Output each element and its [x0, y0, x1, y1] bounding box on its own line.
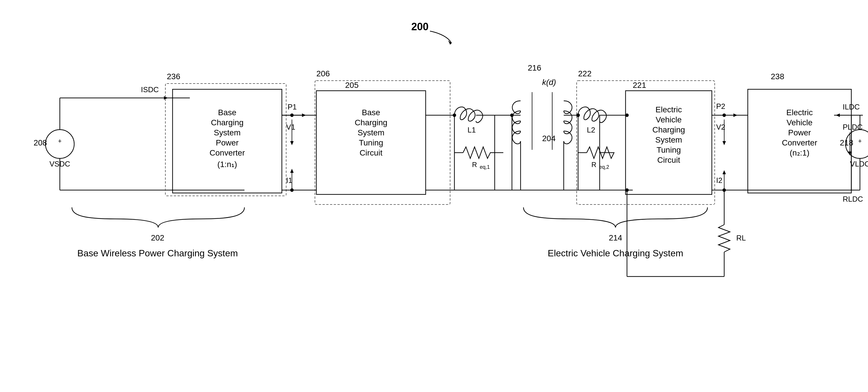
ref-214: 214 — [609, 233, 622, 242]
svg-marker-15 — [290, 169, 293, 173]
svg-marker-12 — [290, 141, 293, 145]
ev-tuning-text1: Electric — [655, 105, 682, 114]
req1-label: R — [472, 161, 477, 168]
isdc-label: ISDC — [141, 85, 159, 94]
ref-216: 216 — [528, 63, 541, 72]
ref-202: 202 — [151, 233, 164, 242]
ev-converter-text4: Converter — [782, 138, 817, 147]
l2-label: L2 — [587, 125, 595, 134]
svg-text:eq,2: eq,2 — [599, 164, 609, 170]
base-tuning-text4: Tuning — [359, 138, 383, 147]
base-converter-text6: (1:n₁) — [217, 160, 237, 169]
l1-label: L1 — [468, 125, 476, 134]
svg-point-57 — [722, 113, 726, 117]
p1-label: P1 — [288, 103, 297, 111]
req2-label: R — [591, 161, 596, 168]
i2-label: I2 — [716, 176, 722, 185]
ev-converter-text1: Electric — [786, 108, 813, 117]
base-converter-text4: Power — [216, 138, 239, 147]
base-converter-text5: Converter — [210, 148, 245, 157]
rl-label: RL — [736, 233, 746, 242]
base-converter-text3: System — [214, 128, 241, 137]
ev-converter-text5: (n₂:1) — [790, 148, 810, 157]
vldc-label: VLDC — [850, 160, 868, 168]
base-tuning-text1: Base — [362, 108, 380, 117]
base-tuning-text2: Charging — [354, 118, 388, 127]
svg-marker-56 — [722, 141, 726, 145]
svg-text:+: + — [858, 137, 862, 145]
base-converter-text2: Charging — [211, 118, 244, 127]
kd-label: k(d) — [542, 78, 556, 87]
ev-tuning-text6: Circuit — [657, 156, 680, 165]
ref-238: 238 — [771, 72, 784, 81]
base-wireless-label: Base Wireless Power Charging System — [78, 248, 238, 258]
base-converter-text1: Base — [218, 108, 237, 117]
ref-221: 221 — [633, 81, 646, 90]
ev-tuning-box-outer — [577, 81, 715, 204]
pldc-label: PLDC — [843, 123, 863, 131]
svg-marker-59 — [722, 170, 726, 174]
rldc-label: RLDC — [843, 195, 863, 203]
svg-text:+: + — [58, 137, 62, 145]
ref-206: 206 — [316, 69, 330, 78]
ev-tuning-text3: Charging — [652, 125, 685, 134]
diagram-container: 200 + VSDC 208 ISDC 236 Base Charging — [0, 0, 868, 392]
ref-208: 208 — [34, 138, 47, 147]
ev-converter-text2: Vehicle — [786, 118, 812, 127]
p2-label: P2 — [716, 102, 725, 111]
ref-204: 204 — [542, 134, 556, 143]
i1-label: I1 — [286, 176, 292, 185]
ref-236: 236 — [167, 72, 180, 81]
svg-marker-71 — [836, 113, 840, 117]
base-tuning-text5: Circuit — [360, 148, 382, 157]
ev-charging-label: Electric Vehicle Charging System — [548, 248, 683, 258]
ev-tuning-text5: Tuning — [657, 145, 681, 155]
ev-tuning-text2: Vehicle — [656, 115, 682, 124]
base-tuning-text3: System — [358, 128, 384, 137]
svg-point-69 — [625, 188, 629, 192]
ev-converter-text3: Power — [788, 128, 811, 137]
svg-text:eq,1: eq,1 — [480, 164, 490, 170]
ref-222: 222 — [578, 69, 592, 78]
figure-number: 200 — [411, 21, 429, 32]
ref-205: 205 — [345, 81, 359, 90]
ildc-label: ILDC — [843, 103, 860, 111]
v1-label: V1 — [286, 123, 296, 131]
ev-tuning-text4: System — [655, 135, 682, 144]
